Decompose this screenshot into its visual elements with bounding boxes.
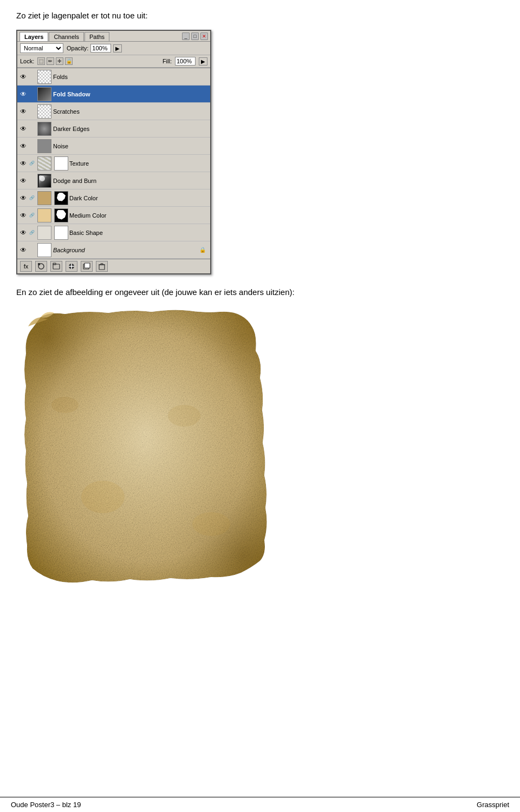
styles-button[interactable]: fx xyxy=(20,261,32,272)
intro-text: Zo ziet je lagenpalet er tot nu toe uit: xyxy=(16,11,504,20)
layer-background[interactable]: 👁 Background 🔒 xyxy=(17,241,210,259)
fill-arrow[interactable]: ▶ xyxy=(199,57,207,66)
panel-tabs: Layers Channels Paths xyxy=(20,32,109,41)
layer-dodge-burn[interactable]: 👁 Dodge and Burn xyxy=(17,172,210,189)
svg-point-12 xyxy=(81,481,125,513)
opacity-input[interactable] xyxy=(90,44,111,53)
link-darker-edges xyxy=(28,124,36,134)
panel-bottom-bar: fx xyxy=(17,259,210,273)
background-lock-icon: 🔒 xyxy=(199,247,206,253)
description-text: En zo ziet de afbeelding er ongeveer uit… xyxy=(16,287,504,297)
opacity-arrow[interactable]: ▶ xyxy=(113,44,122,53)
minimize-button[interactable]: _ xyxy=(182,32,190,40)
svg-point-15 xyxy=(192,512,230,536)
thumb-fold-shadow xyxy=(37,87,51,101)
eye-fold-shadow[interactable]: 👁 xyxy=(18,89,28,99)
lock-all-icon[interactable]: 🔒 xyxy=(65,57,73,65)
eye-darker-edges[interactable]: 👁 xyxy=(18,124,28,134)
eye-folds[interactable]: 👁 xyxy=(18,72,28,82)
svg-rect-6 xyxy=(84,263,90,268)
blend-mode-select[interactable]: Normal Multiply Screen Overlay xyxy=(20,43,63,53)
thumb-folds xyxy=(37,70,51,84)
link-folds xyxy=(28,72,36,82)
panel-tab-row: Layers Channels Paths _ □ ✕ xyxy=(17,31,210,42)
eye-noise[interactable]: 👁 xyxy=(18,141,28,151)
eye-scratches[interactable]: 👁 xyxy=(18,107,28,116)
layer-name-darker-edges: Darker Edges xyxy=(53,126,209,132)
thumb-dark-color xyxy=(37,191,51,205)
link-dark-color: 🔗 xyxy=(28,193,36,203)
thumb-darker-edges xyxy=(37,122,51,136)
tab-layers[interactable]: Layers xyxy=(20,32,48,41)
layer-name-basic-shape: Basic Shape xyxy=(69,230,209,236)
layer-dark-color[interactable]: 👁 🔗 Dark Color xyxy=(17,189,210,207)
lock-row: Lock: ⬚ ✏ ✛ 🔒 Fill: ▶ xyxy=(17,55,210,68)
eye-dark-color[interactable]: 👁 xyxy=(18,193,28,203)
link-background xyxy=(28,245,36,255)
new-group-button[interactable] xyxy=(50,261,62,272)
layer-name-background: Background xyxy=(53,247,199,253)
delete-layer-button[interactable] xyxy=(96,261,108,272)
footer-right: Grasspriet xyxy=(477,801,509,809)
layer-folds[interactable]: 👁 Folds xyxy=(17,68,210,86)
paper-image xyxy=(22,307,271,589)
link-basic-shape: 🔗 xyxy=(28,228,36,238)
lock-transparent-icon[interactable]: ⬚ xyxy=(37,57,45,65)
maximize-button[interactable]: □ xyxy=(191,32,199,40)
lock-icons: ⬚ ✏ ✛ 🔒 xyxy=(37,57,73,65)
layer-darker-edges[interactable]: 👁 Darker Edges xyxy=(17,120,210,137)
eye-dodge-burn[interactable]: 👁 xyxy=(18,176,28,186)
footer-left: Oude Poster3 – blz 19 xyxy=(11,801,81,809)
layer-basic-shape[interactable]: 👁 🔗 Basic Shape xyxy=(17,224,210,241)
link-fold-shadow xyxy=(28,89,36,99)
tab-channels[interactable]: Channels xyxy=(49,32,83,41)
thumb-noise xyxy=(37,139,51,153)
mask-texture xyxy=(54,156,68,171)
layer-medium-color[interactable]: 👁 🔗 Medium Color xyxy=(17,207,210,224)
eye-texture[interactable]: 👁 xyxy=(18,159,28,168)
link-medium-color: 🔗 xyxy=(28,211,36,220)
eye-background[interactable]: 👁 xyxy=(18,245,28,255)
layer-name-texture: Texture xyxy=(69,160,209,167)
lock-move-icon[interactable]: ✛ xyxy=(56,57,63,65)
svg-point-14 xyxy=(51,397,79,413)
layer-scratches[interactable]: 👁 Scratches xyxy=(17,103,210,120)
opacity-row: Opacity: ▶ xyxy=(67,44,122,53)
tab-paths[interactable]: Paths xyxy=(84,32,109,41)
svg-point-13 xyxy=(168,405,200,427)
new-fill-layer-button[interactable] xyxy=(66,261,77,272)
layer-name-dodge-burn: Dodge and Burn xyxy=(53,178,209,184)
layer-name-medium-color: Medium Color xyxy=(69,212,209,219)
layer-fold-shadow[interactable]: 👁 Fold Shadow xyxy=(17,86,210,103)
eye-medium-color[interactable]: 👁 xyxy=(18,211,28,220)
close-button[interactable]: ✕ xyxy=(200,32,208,40)
link-scratches xyxy=(28,107,36,116)
mask-button[interactable] xyxy=(35,261,47,272)
eye-basic-shape[interactable]: 👁 xyxy=(18,228,28,238)
layer-texture[interactable]: 👁 🔗 Texture xyxy=(17,155,210,172)
svg-rect-7 xyxy=(99,265,105,270)
mask-dark-color xyxy=(54,191,68,205)
link-dodge-burn xyxy=(28,176,36,186)
thumb-medium-color xyxy=(37,208,51,222)
thumb-texture xyxy=(37,156,51,171)
layers-panel: Layers Channels Paths _ □ ✕ Normal Multi… xyxy=(16,30,211,274)
layer-name-fold-shadow: Fold Shadow xyxy=(53,91,209,97)
svg-rect-1 xyxy=(38,263,40,265)
layer-noise[interactable]: 👁 Noise xyxy=(17,137,210,155)
thumb-dodge-burn xyxy=(37,174,51,188)
layer-name-scratches: Scratches xyxy=(53,108,209,115)
link-noise xyxy=(28,141,36,151)
opacity-label: Opacity: xyxy=(67,45,88,51)
layer-name-dark-color: Dark Color xyxy=(69,195,209,201)
link-texture: 🔗 xyxy=(28,159,36,168)
fill-input[interactable] xyxy=(175,57,196,66)
lock-paint-icon[interactable]: ✏ xyxy=(47,57,54,65)
paper-container xyxy=(22,307,271,589)
layer-name-folds: Folds xyxy=(53,74,209,80)
new-layer-button[interactable] xyxy=(81,261,93,272)
mode-row: Normal Multiply Screen Overlay Opacity: … xyxy=(17,42,210,55)
page-content: Zo ziet je lagenpalet er tot nu toe uit:… xyxy=(0,0,520,616)
fill-label: Fill: xyxy=(162,58,172,64)
mask-basic-shape xyxy=(54,226,68,240)
